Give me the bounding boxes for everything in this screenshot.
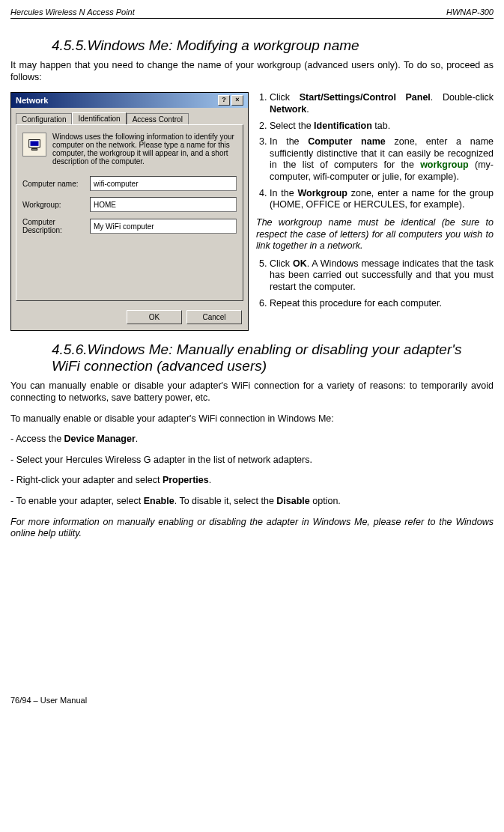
network-dialog-screenshot: Network ? × Configuration Identification… xyxy=(10,92,249,331)
section-title-text-2: Windows Me: Manually enabling or disabli… xyxy=(52,341,461,374)
help-icon[interactable]: ? xyxy=(218,95,230,106)
svg-rect-2 xyxy=(31,149,37,151)
computer-name-input[interactable] xyxy=(90,176,237,191)
workgroup-input[interactable] xyxy=(90,197,237,212)
step-4: In the Workgroup zone, enter a name for … xyxy=(270,188,494,211)
section-title-text: Windows Me: Modifying a workgroup name xyxy=(88,37,359,53)
step-3: In the Computer name zone, enter a name … xyxy=(270,136,494,183)
section-455-intro: It may happen that you need to change th… xyxy=(10,60,494,83)
bullet-3: - Right-click your adapter and select Pr… xyxy=(10,475,494,487)
description-label: Computer Description: xyxy=(22,218,85,234)
cancel-button[interactable]: Cancel xyxy=(186,310,242,324)
section-455-title: 4.5.5.Windows Me: Modifying a workgroup … xyxy=(52,37,494,54)
section-number: 4.5.5. xyxy=(52,37,88,53)
description-input[interactable] xyxy=(90,219,237,234)
workgroup-label: Workgroup: xyxy=(22,201,85,209)
tab-identification[interactable]: Identification xyxy=(72,112,126,124)
section-number-2: 4.5.6. xyxy=(52,341,88,357)
close-icon[interactable]: × xyxy=(231,95,243,106)
dialog-tabs: Configuration Identification Access Cont… xyxy=(16,112,243,124)
step-5: Click OK. A Windows message indicates th… xyxy=(270,258,494,294)
bullet-2: - Select your Hercules Wireless G adapte… xyxy=(10,455,494,467)
header-right: HWNAP-300 xyxy=(446,7,494,16)
page-header: Hercules Wireless N Access Point HWNAP-3… xyxy=(10,7,494,19)
tab-access-control[interactable]: Access Control xyxy=(127,113,189,125)
section-456-p2: To manually enable or disable your adapt… xyxy=(10,413,494,425)
tab-configuration[interactable]: Configuration xyxy=(16,113,72,125)
dialog-titlebar: Network ? × xyxy=(11,93,248,108)
computer-icon xyxy=(22,133,46,157)
computer-name-label: Computer name: xyxy=(22,180,85,188)
section-456-note: For more information on manually enablin… xyxy=(10,517,494,540)
dialog-title: Network xyxy=(16,96,48,105)
dialog-info-text: Windows uses the following information t… xyxy=(52,133,237,166)
page-footer: 76/94 – User Manual xyxy=(10,696,494,705)
bullet-4: - To enable your adapter, select Enable.… xyxy=(10,496,494,508)
step-1: Click Start/Settings/Control Panel. Doub… xyxy=(270,92,494,115)
instructions-column: Click Start/Settings/Control Panel. Doub… xyxy=(256,92,494,331)
step-6: Repeat this procedure for each computer. xyxy=(270,298,494,310)
header-left: Hercules Wireless N Access Point xyxy=(10,7,135,16)
section-456-title: 4.5.6.Windows Me: Manually enabling or d… xyxy=(52,341,494,374)
workgroup-note: The workgroup name must be identical (be… xyxy=(256,217,494,252)
svg-rect-1 xyxy=(31,142,39,146)
section-456-p1: You can manually enable or disable your … xyxy=(10,380,494,404)
ok-button[interactable]: OK xyxy=(127,310,182,324)
bullet-1: - Access the Device Manager. xyxy=(10,434,494,446)
step-2: Select the Identification tab. xyxy=(270,121,494,133)
